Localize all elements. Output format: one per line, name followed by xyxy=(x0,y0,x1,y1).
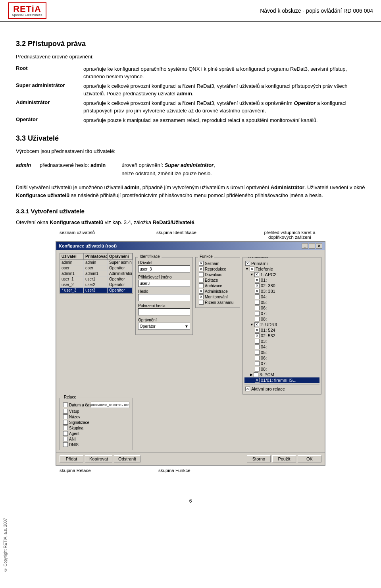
user-row-admin[interactable]: admin admin Super admini... xyxy=(60,260,133,265)
btn-odstranit[interactable]: Odstranit xyxy=(114,455,140,462)
user-row-oper[interactable]: oper oper Operátor xyxy=(60,265,133,271)
btn-ok[interactable]: OK xyxy=(298,455,321,462)
rights-udr3-07-checkbox[interactable] xyxy=(255,361,260,366)
rights-udr3-02-checkbox[interactable]: ✕ xyxy=(255,333,260,338)
funkce-download-checkbox[interactable] xyxy=(199,272,204,277)
relace-vstup-label: Vstup xyxy=(69,409,79,414)
user-row-user2-pass: user2 xyxy=(84,282,108,287)
rights-udr3-04-checkbox[interactable] xyxy=(255,344,260,349)
relace-agent-checkbox[interactable] xyxy=(63,431,68,436)
relace-nazev-checkbox[interactable] xyxy=(63,414,68,419)
rights-udr3-04: 04: xyxy=(244,344,319,350)
user-row-user3[interactable]: * user_3 user3 Operátor xyxy=(60,288,133,293)
win-maximize-btn[interactable]: □ xyxy=(309,243,315,249)
rights-telefonie: ▼ ✕ Telefonie xyxy=(244,266,319,272)
page-header: RETiA Special Electronics Návod k obsluz… xyxy=(0,0,381,22)
rights-pcm-01-checkbox[interactable]: ✕ xyxy=(255,378,260,383)
ident-confirm-input[interactable] xyxy=(138,308,190,315)
operator-ref: Operátor xyxy=(294,100,316,106)
ident-user-label: Uživatel xyxy=(138,261,190,265)
role-admin-term: Administrátor xyxy=(16,99,83,116)
user-row-admin1[interactable]: admin1 admin1 Administrátor xyxy=(60,271,133,277)
label-funkce: skupina Funkce xyxy=(158,468,190,474)
user-row-user3-pass: user3 xyxy=(84,288,108,293)
ident-password-input[interactable] xyxy=(138,294,190,301)
rights-udr3-08-checkbox[interactable] xyxy=(255,367,260,371)
funkce-download: Download xyxy=(198,272,237,277)
copyright: © Copyright RETIA, a.s. 2007 xyxy=(3,518,8,572)
rights-udr3-07-label: 07: xyxy=(261,361,267,366)
rights-udr3-01-checkbox[interactable]: ✕ xyxy=(255,328,260,333)
relace-datum-input[interactable] xyxy=(91,402,129,408)
col-header-pass: Přihlašovac xyxy=(84,253,108,259)
admin-permission-col: úroveň oprávnění: Super administrátor, n… xyxy=(121,161,215,178)
relace-skupina-checkbox[interactable] xyxy=(63,426,68,430)
users-list-container: Uživatel Přihlašovac Oprávnění admin adm… xyxy=(60,253,133,395)
funkce-administrace-checkbox[interactable]: ✕ xyxy=(199,289,204,294)
relace-vstup-checkbox[interactable] xyxy=(63,409,68,414)
section-3-3-1-heading: 3.3.1 Vytvoření uživatele xyxy=(16,208,365,215)
rights-apc2-08-checkbox[interactable] xyxy=(255,317,260,321)
btn-kopirovat[interactable]: Kopírovat xyxy=(85,455,112,462)
win-close-btn[interactable]: ✕ xyxy=(316,243,322,249)
rights-apc2-label: 1: APC2 xyxy=(260,272,276,277)
user-row-admin1-perm: Administrátor xyxy=(108,271,133,276)
ident-perm-select[interactable]: Operátor ▼ xyxy=(138,323,190,330)
rights-primary-checkbox[interactable]: ✕ xyxy=(245,261,250,266)
win-titlebar-buttons: _ □ ✕ xyxy=(302,243,322,249)
ident-login-label: Přihlašovací jméno xyxy=(138,275,190,279)
rights-udr3: ▼ ✕ 2: UDR3 xyxy=(244,322,319,327)
user-row-user2[interactable]: user_2 user2 Operátor xyxy=(60,282,133,288)
relace-signalizace-checkbox[interactable] xyxy=(63,420,68,425)
ident-login-input[interactable] xyxy=(138,280,190,287)
funkce-editace: Editace xyxy=(198,277,237,283)
rights-pcm-checkbox[interactable] xyxy=(254,372,258,377)
page-number: 6 xyxy=(0,498,381,504)
rights-apc2-02-checkbox[interactable]: ✕ xyxy=(255,283,260,288)
rights-apc2-05-checkbox[interactable] xyxy=(255,300,260,305)
aktivni-checkbox[interactable]: ✕ xyxy=(245,387,250,391)
rights-telefonie-checkbox[interactable]: ✕ xyxy=(250,267,254,271)
rights-apc2-03-checkbox[interactable]: ✕ xyxy=(255,289,260,294)
admin-user-entry: admin přednastavené heslo: admin úroveň … xyxy=(16,161,365,178)
rights-panel: -Identifikace- ✕ Primární ▼ ✕ Telefonie … xyxy=(242,257,321,395)
relace-dnis-label: DNIS xyxy=(69,443,79,447)
rights-apc2-01-checkbox[interactable]: ✕ xyxy=(255,278,260,282)
rights-apc2-06-checkbox[interactable] xyxy=(255,306,260,310)
operator-label: Operátor xyxy=(16,116,38,122)
rights-apc2-01: ✕ 01: xyxy=(244,277,319,283)
funkce-rizeni-checkbox[interactable] xyxy=(199,300,204,305)
btn-storno[interactable]: Storno xyxy=(247,455,271,462)
rights-udr3-03-checkbox[interactable] xyxy=(255,339,260,344)
rights-apc2-07-checkbox[interactable] xyxy=(255,311,260,316)
win-minimize-btn[interactable]: _ xyxy=(302,243,308,249)
dropdown-arrow-icon: ▼ xyxy=(185,324,189,329)
relace-ani-checkbox[interactable] xyxy=(63,437,68,441)
rights-apc2-04-checkbox[interactable] xyxy=(255,294,260,299)
funkce-reprodukce-checkbox[interactable]: ✕ xyxy=(199,267,204,271)
relace-agent-label: Agent xyxy=(69,431,79,436)
funkce-monitorovani-checkbox[interactable]: ✕ xyxy=(199,294,204,299)
relace-vstup: Vstup xyxy=(62,408,130,414)
relace-agent: Agent xyxy=(62,431,130,436)
funkce-monitorovani: ✕ Monitorování xyxy=(198,294,237,300)
rights-udr3-checkbox[interactable]: ✕ xyxy=(254,322,259,327)
admin-note: nelze odstranit, změnit lze pouze heslo. xyxy=(121,170,212,176)
ident-user-input[interactable] xyxy=(138,265,190,273)
relace-dnis-checkbox[interactable] xyxy=(63,442,68,447)
rights-udr3-06-checkbox[interactable] xyxy=(255,356,260,360)
rights-apc2-checkbox[interactable]: ✕ xyxy=(254,272,259,277)
rights-udr3-01-label: 01: 524 xyxy=(261,328,275,333)
funkce-seznam-checkbox[interactable]: ✕ xyxy=(199,261,204,266)
user-row-user1[interactable]: user_1 user1 Operátor xyxy=(60,277,133,282)
admin-user-details: přednastavené heslo: admin úroveň oprávn… xyxy=(40,161,365,178)
rights-apc2-08: 08: xyxy=(244,316,319,322)
funkce-archivace-checkbox[interactable] xyxy=(199,283,204,288)
relace-datum-checkbox[interactable] xyxy=(63,402,68,407)
funkce-editace-checkbox[interactable] xyxy=(199,278,204,282)
btn-pridat[interactable]: Přidat xyxy=(60,455,83,462)
rights-pcm-01: ✕ 01/01: firemní IS... xyxy=(244,377,319,383)
role-root-def: opravňuje ke konfiguraci operačního syst… xyxy=(83,64,365,81)
rights-udr3-05-checkbox[interactable] xyxy=(255,350,260,355)
btn-pouzit[interactable]: Použít xyxy=(272,455,296,462)
